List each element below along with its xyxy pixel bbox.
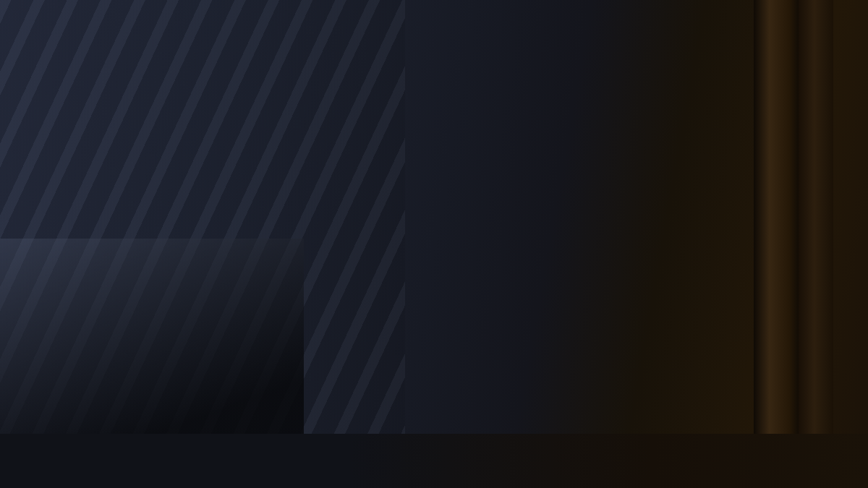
damage-mode-icon[interactable] bbox=[0, 38, 868, 488]
delete-fight-button[interactable] bbox=[0, 19, 868, 38]
window-content: i S Enlarge Smooth: 5 s DPS - SmoothedDP… bbox=[0, 38, 868, 488]
alliance-icon bbox=[16, 3, 29, 16]
class-icon bbox=[0, 0, 13, 16]
combat-metrics-window: Elrystell Direnni 1554 Übungseisenatrona… bbox=[0, 0, 868, 488]
fight-title: Übungseisenatronach, Prüfung bbox=[160, 6, 320, 18]
player-name: Elrystell Direnni bbox=[33, 6, 113, 18]
champion-points-icon bbox=[116, 4, 128, 16]
titlebar: Elrystell Direnni 1554 Übungseisenatrona… bbox=[0, 0, 868, 38]
champion-points-value: 1554 bbox=[131, 6, 157, 18]
mode-sidebar: i S bbox=[0, 38, 868, 488]
